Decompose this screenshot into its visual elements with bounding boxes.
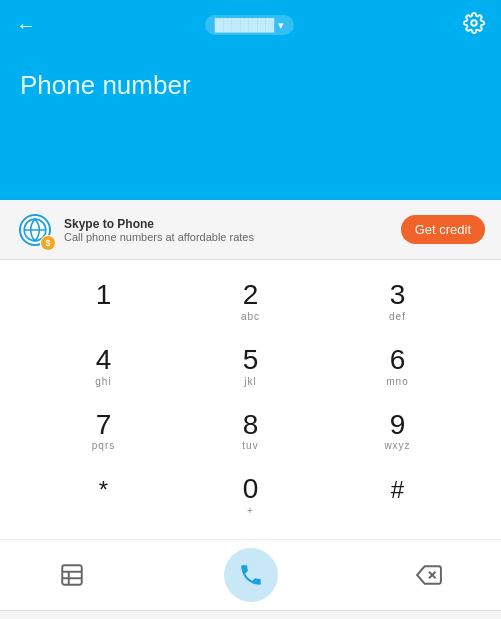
account-name: ███████ <box>215 18 275 32</box>
dial-key-star[interactable]: * <box>30 464 177 529</box>
phone-number-label: Phone number <box>0 50 501 111</box>
key-letters-0: + <box>247 505 254 519</box>
key-letters-7: pqrs <box>92 440 115 454</box>
banner-subtitle: Call phone numbers at affordable rates <box>64 231 254 243</box>
contacts-button[interactable] <box>50 553 94 597</box>
key-number-4: 4 <box>96 345 112 376</box>
app-container: ← ███████ ▾ Phone number <box>0 0 501 619</box>
skype-phone-icon: $ <box>16 211 54 249</box>
key-letters-5: jkl <box>244 376 256 390</box>
svg-point-0 <box>471 20 477 26</box>
dial-key-3[interactable]: 3 def <box>324 270 471 335</box>
key-number-7: 7 <box>96 410 112 441</box>
key-number-9: 9 <box>390 410 406 441</box>
key-letters-8: tuv <box>242 440 258 454</box>
header-area: ← ███████ ▾ Phone number <box>0 0 501 200</box>
banner-left: $ Skype to Phone Call phone numbers at a… <box>16 211 254 249</box>
key-number-3: 3 <box>390 280 406 311</box>
dial-key-8[interactable]: 8 tuv <box>177 400 324 465</box>
bottom-action-bar <box>0 539 501 610</box>
key-number-5: 5 <box>243 345 259 376</box>
dial-key-2[interactable]: 2 abc <box>177 270 324 335</box>
chevron-down-icon: ▾ <box>278 19 284 32</box>
dial-key-0[interactable]: 0 + <box>177 464 324 529</box>
key-letters-6: mno <box>386 376 408 390</box>
settings-icon[interactable] <box>463 12 485 39</box>
message-bar: Type a message <box>0 610 501 619</box>
get-credit-button[interactable]: Get credit <box>401 215 485 244</box>
backspace-button[interactable] <box>407 553 451 597</box>
call-button[interactable] <box>224 548 278 602</box>
key-letters-4: ghi <box>95 376 111 390</box>
dial-key-4[interactable]: 4 ghi <box>30 335 177 400</box>
banner-text: Skype to Phone Call phone numbers at aff… <box>64 217 254 243</box>
key-letters-9: wxyz <box>384 440 410 454</box>
dialpad-grid: 1 2 abc 3 def 4 ghi 5 jkl 6 mno <box>30 270 471 529</box>
key-number-hash: # <box>391 477 404 503</box>
back-button[interactable]: ← <box>16 14 36 37</box>
top-bar: ← ███████ ▾ <box>0 0 501 50</box>
dial-key-6[interactable]: 6 mno <box>324 335 471 400</box>
key-number-0: 0 <box>243 474 259 505</box>
account-selector[interactable]: ███████ ▾ <box>205 15 295 35</box>
dial-key-hash[interactable]: # <box>324 464 471 529</box>
banner-title: Skype to Phone <box>64 217 254 231</box>
dial-key-7[interactable]: 7 pqrs <box>30 400 177 465</box>
key-number-star: * <box>99 477 108 503</box>
dial-key-9[interactable]: 9 wxyz <box>324 400 471 465</box>
coin-badge: $ <box>40 235 56 251</box>
svg-rect-3 <box>62 565 82 585</box>
dial-key-5[interactable]: 5 jkl <box>177 335 324 400</box>
key-number-1: 1 <box>96 280 112 311</box>
key-number-6: 6 <box>390 345 406 376</box>
key-number-2: 2 <box>243 280 259 311</box>
key-letters-3: def <box>389 311 406 325</box>
dial-key-1[interactable]: 1 <box>30 270 177 335</box>
key-letters-2: abc <box>241 311 260 325</box>
key-number-8: 8 <box>243 410 259 441</box>
skype-to-phone-banner: $ Skype to Phone Call phone numbers at a… <box>0 200 501 260</box>
dialpad: 1 2 abc 3 def 4 ghi 5 jkl 6 mno <box>0 260 501 539</box>
